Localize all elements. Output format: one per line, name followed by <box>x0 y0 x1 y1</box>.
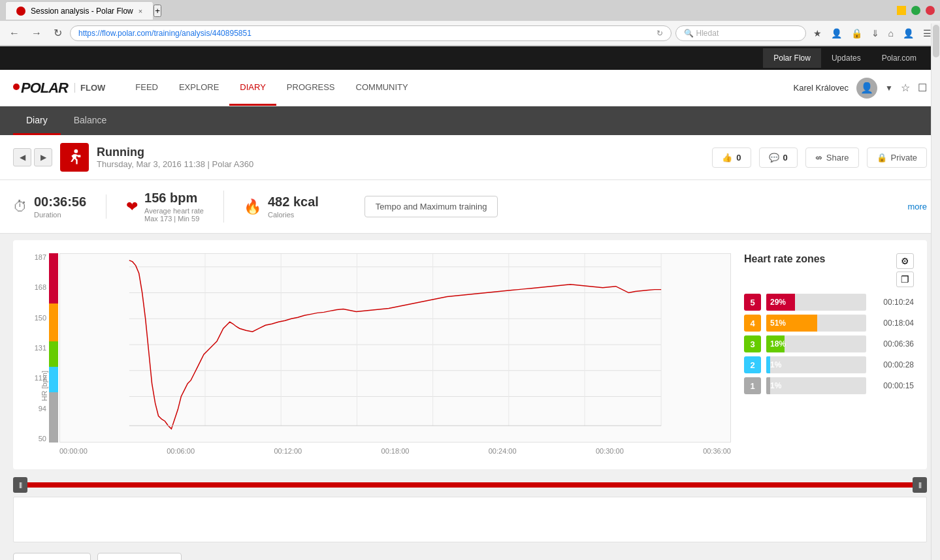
minimize-button[interactable] <box>897 6 906 15</box>
hr-label: Average heart rate <box>144 207 204 215</box>
browser-titlebar: Session analysis - Polar Flow × + <box>0 0 940 21</box>
nav-diary[interactable]: DIARY <box>229 70 276 106</box>
zone-1-row: 1 1% 00:00:15 <box>744 377 914 394</box>
comment-icon: 💬 <box>769 153 779 163</box>
download-icon[interactable]: ⇓ <box>868 27 883 40</box>
activity-name: Running <box>97 146 253 159</box>
nav-progress[interactable]: PROGRESS <box>276 70 346 106</box>
x-label-30: 00:30:00 <box>596 447 624 455</box>
session-header: ◀ ▶ Running Thursday, Mar 3, 2016 11:38 … <box>0 135 940 180</box>
y-label-131: 131 <box>35 344 46 352</box>
zone-4-num: 4 <box>744 315 761 332</box>
prev-session-button[interactable]: ◀ <box>13 148 31 166</box>
browser-nav: ← → ↻ https://flow.polar.com/training/an… <box>0 21 940 46</box>
tab-favicon <box>16 7 25 16</box>
avatar-dropdown-icon[interactable]: ▼ <box>885 84 893 93</box>
messages-icon[interactable]: ☐ <box>918 82 927 94</box>
zone-4-time: 00:18:04 <box>871 319 914 328</box>
share-icon: ⇎ <box>815 153 822 163</box>
nav-community[interactable]: COMMUNITY <box>346 70 419 106</box>
sub-nav: Diary Balance <box>0 106 940 135</box>
calories-stat: 🔥 482 kcal Calories <box>244 194 338 219</box>
user-icon[interactable]: 👤 <box>899 27 917 40</box>
private-button[interactable]: 🔒 Private <box>867 148 927 168</box>
browser-tab[interactable]: Session analysis - Polar Flow × <box>5 1 154 20</box>
bookmark-icon[interactable]: ★ <box>810 27 825 40</box>
zone-5-time: 00:10:24 <box>871 298 914 307</box>
refresh-button[interactable]: ↻ <box>50 25 66 40</box>
zone-4-row: 4 51% 00:18:04 <box>744 315 914 332</box>
next-session-button[interactable]: ▶ <box>34 148 52 166</box>
range-handle-left[interactable]: ||| <box>13 477 27 493</box>
address-bar[interactable]: https://flow.polar.com/training/analysis… <box>70 25 672 41</box>
duration-stat: ⏱ 00:36:56 Duration <box>13 194 106 219</box>
export-session-button[interactable]: Export session <box>13 553 91 560</box>
remove-training-button[interactable]: Remove training <box>97 553 182 560</box>
zone-3-bar: 18% <box>766 335 866 352</box>
topbar-polar-com[interactable]: Polar.com <box>871 48 927 68</box>
nav-right: Karel Královec 👤 ▼ ☆ ☐ <box>794 78 927 99</box>
like-button[interactable]: 👍 0 <box>712 148 751 168</box>
favorites-icon[interactable]: ☆ <box>901 82 910 94</box>
chart-area: 187 168 150 131 112 94 50 <box>26 253 731 444</box>
range-handle-right[interactable]: ||| <box>913 477 927 493</box>
search-icon: 🔍 <box>684 29 694 38</box>
zone-2-fill: 1% <box>766 356 770 373</box>
zone-3-fill: 18% <box>766 335 785 352</box>
nav-links: FEED EXPLORE DIARY PROGRESS COMMUNITY <box>125 70 793 106</box>
nav-feed[interactable]: FEED <box>125 70 169 106</box>
y-axis: 187 168 150 131 112 94 50 <box>26 253 49 443</box>
zone-5-num: 5 <box>744 294 761 311</box>
hr-value: 156 bpm <box>144 191 204 206</box>
maximize-button[interactable] <box>911 6 920 15</box>
zone-4-fill: 51% <box>766 315 817 332</box>
account-icon[interactable]: 👤 <box>828 27 845 40</box>
forward-button[interactable]: → <box>27 26 46 40</box>
page-content: ◀ ▶ Running Thursday, Mar 3, 2016 11:38 … <box>0 135 940 560</box>
security-icon[interactable]: 🔒 <box>848 27 866 40</box>
share-label: Share <box>826 153 849 163</box>
thumbs-up-icon: 👍 <box>722 153 732 163</box>
calories-value: 482 kcal <box>268 194 319 210</box>
share-button[interactable]: ⇎ Share <box>805 148 859 168</box>
flow-label: FLOW <box>74 83 105 93</box>
activity-icon <box>60 143 89 172</box>
session-actions: 👍 0 💬 0 ⇎ Share 🔒 Private <box>712 148 927 168</box>
subnav-balance[interactable]: Balance <box>61 107 120 135</box>
more-link[interactable]: more <box>907 202 927 211</box>
x-label-24: 00:24:00 <box>489 447 517 455</box>
like-count: 0 <box>736 153 741 163</box>
new-tab-button[interactable]: + <box>154 5 161 17</box>
chart-settings-button[interactable]: ⚙ <box>896 253 914 269</box>
back-button[interactable]: ← <box>5 26 24 40</box>
topbar-polar-flow[interactable]: Polar Flow <box>763 48 821 68</box>
zone-1-time: 00:00:15 <box>871 381 914 390</box>
nav-explore[interactable]: EXPLORE <box>169 70 229 106</box>
user-avatar[interactable]: 👤 <box>856 78 877 99</box>
topbar-updates[interactable]: Updates <box>821 48 871 68</box>
subnav-diary[interactable]: Diary <box>13 107 61 135</box>
close-button[interactable] <box>926 6 935 15</box>
search-placeholder: Hledat <box>696 29 719 38</box>
home-icon[interactable]: ⌂ <box>885 27 897 40</box>
scrollbar[interactable] <box>931 23 940 560</box>
private-label: Private <box>891 153 917 163</box>
chart-controls: ⚙ ❐ <box>896 253 914 287</box>
reload-icon[interactable]: ↻ <box>656 29 663 38</box>
polar-logo: POLAR FLOW <box>13 80 105 97</box>
chart-expand-button[interactable]: ❐ <box>896 272 914 287</box>
scrollbar-thumb[interactable] <box>933 25 939 57</box>
zone-1-num: 1 <box>744 377 761 394</box>
footer-buttons: Export session Remove training <box>0 545 940 560</box>
comment-button[interactable]: 💬 0 <box>759 148 798 168</box>
x-label-0: 00:00:00 <box>59 447 88 455</box>
hr-zones-title: Heart rate zones <box>744 253 826 265</box>
running-figure-icon <box>65 148 84 166</box>
x-label-6: 00:06:00 <box>167 447 195 455</box>
x-label-18: 00:18:00 <box>381 447 410 455</box>
training-type-button[interactable]: Tempo and Maximum training <box>365 196 498 217</box>
y-label-168: 168 <box>35 283 46 291</box>
tab-close-button[interactable]: × <box>138 7 142 15</box>
search-bar[interactable]: 🔍 Hledat <box>675 25 806 41</box>
duration-value: 00:36:56 <box>34 194 86 210</box>
